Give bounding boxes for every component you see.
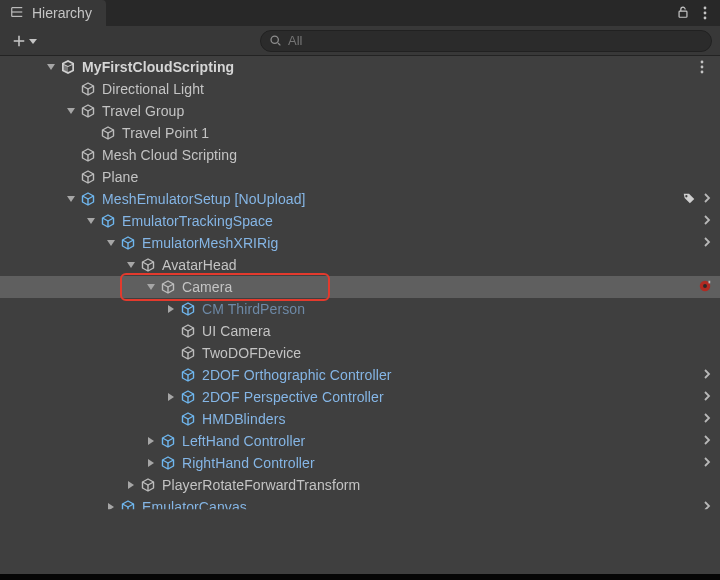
foldout-toggle[interactable] <box>104 500 118 514</box>
foldout-toggle[interactable] <box>124 478 138 492</box>
svg-point-7 <box>704 17 707 20</box>
search-field[interactable] <box>260 30 712 52</box>
tree-row[interactable]: Plane <box>0 166 720 188</box>
lock-icon[interactable] <box>666 5 700 22</box>
tree-row[interactable]: UI Camera <box>0 320 720 342</box>
open-prefab-icon[interactable] <box>702 191 712 207</box>
hierarchy-toolbar <box>0 26 720 56</box>
foldout-toggle[interactable] <box>104 236 118 250</box>
missing-script-icon <box>698 279 712 296</box>
prefab-cube-icon <box>180 411 196 427</box>
tree-row[interactable]: PlayerRotateForwardTransform <box>0 474 720 496</box>
foldout-toggle[interactable] <box>144 280 158 294</box>
tree-row[interactable]: Camera <box>0 276 720 298</box>
foldout-toggle[interactable] <box>164 302 178 316</box>
tree-row[interactable]: LeftHand Controller <box>0 430 720 452</box>
svg-marker-23 <box>67 108 75 114</box>
svg-marker-10 <box>29 39 37 44</box>
prefab-cube-icon <box>100 213 116 229</box>
foldout-toggle[interactable] <box>84 214 98 228</box>
tree-row[interactable]: Directional Light <box>0 78 720 100</box>
svg-marker-74 <box>108 503 114 511</box>
open-prefab-icon[interactable] <box>702 235 712 251</box>
gameobject-name: HMDBlinders <box>202 411 286 427</box>
open-prefab-icon[interactable] <box>702 411 712 427</box>
svg-marker-65 <box>148 437 154 445</box>
svg-marker-39 <box>107 240 115 246</box>
gameobject-name: EmulatorTrackingSpace <box>122 213 273 229</box>
tree-row[interactable]: EmulatorMeshXRIRig <box>0 232 720 254</box>
gameobject-name: PlayerRotateForwardTransform <box>162 477 360 493</box>
svg-point-6 <box>704 12 707 15</box>
gameobject-name: Travel Group <box>102 103 184 119</box>
tree-row[interactable]: EmulatorCanvas <box>0 496 720 518</box>
scene-name: MyFirstCloudScripting <box>82 59 234 75</box>
foldout-toggle[interactable] <box>44 60 58 74</box>
svg-marker-60 <box>168 393 174 401</box>
prefab-cube-icon <box>180 367 196 383</box>
search-icon <box>269 34 282 47</box>
svg-marker-71 <box>128 481 134 489</box>
foldout-toggle[interactable] <box>124 258 138 272</box>
tree-row[interactable]: MeshEmulatorSetup [NoUpload] <box>0 188 720 210</box>
gameobject-name: RightHand Controller <box>182 455 315 471</box>
tree-row[interactable]: TwoDOFDevice <box>0 342 720 364</box>
hierarchy-tree[interactable]: MyFirstCloudScripting Directional Light … <box>0 56 720 580</box>
svg-point-18 <box>701 61 704 64</box>
gameobject-cube-icon <box>180 345 196 361</box>
tree-row[interactable]: Travel Point 1 <box>0 122 720 144</box>
svg-point-20 <box>701 71 704 74</box>
prefab-cube-icon <box>180 301 196 317</box>
hierarchy-tab[interactable]: Hierarchy <box>0 0 106 26</box>
svg-line-12 <box>278 43 280 45</box>
prefab-cube-icon <box>120 499 136 515</box>
tree-row[interactable]: AvatarHead <box>0 254 720 276</box>
gameobject-cube-icon <box>140 257 156 273</box>
gameobject-cube-icon <box>180 323 196 339</box>
tree-row[interactable]: EmulatorTrackingSpace <box>0 210 720 232</box>
open-prefab-icon[interactable] <box>702 367 712 383</box>
prefab-cube-icon <box>180 389 196 405</box>
svg-point-49 <box>703 284 707 288</box>
open-prefab-icon[interactable] <box>702 433 712 449</box>
svg-point-11 <box>271 36 278 43</box>
tree-row[interactable]: MyFirstCloudScripting <box>0 56 720 78</box>
create-dropdown[interactable] <box>6 30 44 52</box>
search-input[interactable] <box>288 33 703 48</box>
open-prefab-icon[interactable] <box>702 455 712 471</box>
foldout-toggle[interactable] <box>144 434 158 448</box>
gameobject-name: TwoDOFDevice <box>202 345 301 361</box>
gameobject-cube-icon <box>80 169 96 185</box>
tree-row[interactable]: RightHand Controller <box>0 452 720 474</box>
prefab-cube-icon <box>160 433 176 449</box>
tree-row[interactable]: CM ThirdPerson <box>0 298 720 320</box>
svg-point-5 <box>704 7 707 10</box>
gameobject-name: Directional Light <box>102 81 204 97</box>
svg-marker-42 <box>127 262 135 268</box>
gameobject-name: LeftHand Controller <box>182 433 305 449</box>
tree-row[interactable]: Mesh Cloud Scripting <box>0 144 720 166</box>
prefab-cube-icon <box>80 191 96 207</box>
tree-row[interactable]: Travel Group <box>0 100 720 122</box>
foldout-toggle[interactable] <box>144 456 158 470</box>
gameobject-cube-icon <box>140 477 156 493</box>
foldout-toggle[interactable] <box>164 390 178 404</box>
gameobject-name: 2DOF Orthographic Controller <box>202 367 392 383</box>
svg-marker-51 <box>168 305 174 313</box>
tree-row[interactable]: 2DOF Perspective Controller <box>0 386 720 408</box>
open-prefab-icon[interactable] <box>702 213 712 229</box>
tree-row[interactable]: HMDBlinders <box>0 408 720 430</box>
panel-menu-icon[interactable] <box>700 4 720 22</box>
gameobject-name: Mesh Cloud Scripting <box>102 147 237 163</box>
foldout-toggle[interactable] <box>64 104 78 118</box>
scene-menu-icon[interactable] <box>692 58 712 76</box>
open-prefab-icon[interactable] <box>702 499 712 515</box>
gameobject-name: CM ThirdPerson <box>202 301 305 317</box>
svg-marker-36 <box>87 218 95 224</box>
foldout-toggle[interactable] <box>64 192 78 206</box>
gameobject-cube-icon <box>100 125 116 141</box>
gameobject-name: AvatarHead <box>162 257 237 273</box>
open-prefab-icon[interactable] <box>702 389 712 405</box>
svg-marker-45 <box>147 284 155 290</box>
tree-row[interactable]: 2DOF Orthographic Controller <box>0 364 720 386</box>
